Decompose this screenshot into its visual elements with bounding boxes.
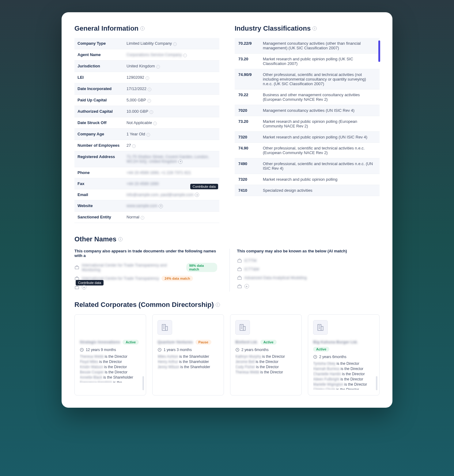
company-logo-placeholder (157, 320, 172, 335)
role-line: Theresa Webb is the Director (235, 370, 297, 374)
trade-names-col: This company also appears in trade docum… (74, 249, 217, 292)
status-badge: Pause (195, 340, 211, 345)
role-text: is the Director (339, 377, 363, 381)
company-logo-placeholder (235, 320, 250, 335)
scrollbar[interactable] (378, 40, 380, 62)
contribute-button[interactable]: + (178, 160, 183, 164)
info-icon[interactable]: i (216, 303, 220, 307)
other-name-item: ICTT&M (237, 265, 380, 274)
other-name-item: Advanced Data Analytical Modeling (237, 274, 380, 282)
industry-table: 70.22/9Management consultancy activities… (235, 38, 380, 197)
svg-rect-9 (165, 326, 168, 330)
field-value-text: 17/12/2022 (127, 86, 146, 91)
company-name: Binford Ltd. (235, 340, 258, 344)
industry-section: Industry Classifications i 70.22/9Manage… (235, 25, 380, 223)
company-name: Big Kahuna Burger Ltd. (313, 340, 358, 344)
other-name-text: International Center for Trade Transpare… (82, 263, 184, 272)
person-name: Miles Ashton (157, 354, 178, 359)
field-value-text: 5,000 GBP (127, 98, 146, 102)
related-company-card[interactable]: Binford Ltd.Active2 years 6monthsKathryn… (230, 314, 302, 395)
role-text: is the Shareholder (102, 375, 133, 380)
info-icon[interactable]: i (173, 42, 177, 46)
info-icon[interactable]: i (146, 76, 149, 80)
clock-icon (157, 348, 162, 352)
info-icon[interactable]: i (146, 133, 150, 137)
industry-desc: Other professional, scientific and techn… (259, 143, 380, 158)
info-icon[interactable]: i (148, 88, 151, 91)
field-value-text: Limited Liability Company (127, 41, 172, 46)
table-row: 7320Market research and public opinion p… (235, 132, 380, 143)
add-name-button[interactable]: + (244, 284, 249, 289)
info-icon[interactable]: i (140, 26, 145, 31)
info-icon[interactable]: i (183, 54, 187, 57)
table-row: Emailinfo@sample.com, paul@sample.com+Co… (74, 189, 219, 200)
info-icon[interactable]: i (156, 65, 160, 69)
add-name-button[interactable]: + (82, 285, 86, 289)
table-row: Paid Up Capital5,000 GBPi (74, 95, 219, 106)
field-label: Registered Address (74, 151, 123, 167)
related-company-card[interactable]: Big Kahuna Burger Ltd.Active2 years 6mon… (308, 314, 380, 395)
ai-names-col: This company may also be known as the be… (229, 249, 380, 292)
role-line: Annette Black is the Shareholder (80, 375, 141, 380)
role-text: is the Director (255, 365, 279, 369)
briefcase-icon (237, 275, 242, 280)
industry-code: 74.90 (235, 143, 259, 158)
industry-code: 70.22/9 (235, 38, 259, 54)
role-text: is the Director (103, 365, 127, 369)
field-value: Corporations Service Companyi (123, 49, 219, 61)
info-icon[interactable]: i (141, 216, 144, 220)
role-line: Bessie Cooper is the Director (80, 370, 141, 374)
role-line: Chieko Chute is the Director (313, 387, 374, 390)
person-name: Chantelle Hamlin (313, 372, 341, 376)
info-icon[interactable]: i (132, 144, 136, 148)
field-label: Agent Name (74, 49, 123, 61)
company-name: Quantum Ventures (157, 340, 193, 344)
info-icon[interactable]: i (147, 99, 151, 103)
field-value: 10.000 GBPi (123, 106, 219, 117)
other-names-title-text: Other Names (74, 235, 116, 243)
person-name: Henry Arthur (157, 360, 178, 364)
role-text: is the Shareholder (178, 354, 209, 359)
table-row: 7499Other professional, scientific, and … (235, 196, 380, 198)
field-label: Number of Employees (74, 140, 123, 151)
scrollbar[interactable] (142, 376, 144, 390)
table-row: Agent NameCorporations Service Companyi (74, 49, 219, 61)
person-name: Marielle Wigington (313, 382, 343, 387)
scrollbar[interactable] (376, 376, 377, 390)
field-label: Jurisdiction (74, 61, 123, 72)
table-row: Registered Address71-75 Shelton Street, … (74, 151, 219, 167)
clock-icon (235, 348, 240, 352)
contribute-button[interactable]: + (159, 204, 163, 208)
person-name: Kathryn Murphy (235, 354, 261, 359)
table-row: 7320Market research and public opinion p… (235, 174, 380, 185)
general-info-section: General Information i Company TypeLimite… (74, 25, 219, 223)
field-value-text: 27 (127, 143, 131, 148)
related-company-card[interactable]: Strategic InnovationsActive12 years 9 mo… (74, 314, 146, 395)
industry-code: 73.20 (235, 54, 259, 69)
other-name-text: ICTTM (244, 258, 257, 263)
general-info-title-text: General Information (74, 25, 138, 32)
field-value: United Kingdomi (123, 61, 219, 72)
field-value: 71-75 Shelton Street, Covent Garden, Lon… (123, 151, 219, 167)
role-line: Francesca Kendrick is the Shareholder (80, 380, 141, 383)
field-value-text: 10.000 GBP (127, 109, 148, 114)
industry-code: 74.90/9 (235, 69, 259, 89)
contribute-button[interactable]: + (195, 193, 199, 197)
info-icon[interactable]: i (153, 122, 157, 125)
info-icon[interactable]: i (118, 237, 123, 241)
svg-rect-4 (238, 268, 241, 271)
related-company-card[interactable]: Quantum VenturesPause1 years 3 monthsMil… (152, 314, 224, 395)
role-text: is the Director (259, 370, 283, 374)
info-icon[interactable]: i (149, 110, 153, 114)
person-name: Annette Black (80, 375, 102, 380)
field-label: Company Age (74, 129, 123, 140)
match-badge: 24% data match (161, 276, 193, 281)
table-row: LEI12902092i (74, 72, 219, 83)
role-line: Tynisha Obey is the Director (313, 361, 374, 366)
person-name: Theresa Webb (80, 354, 104, 359)
role-text: is the Director (104, 370, 127, 374)
info-icon[interactable]: i (312, 26, 317, 31)
role-text: is the Director (261, 354, 285, 359)
other-name-item: + (237, 282, 380, 291)
field-value: info@sample.com, paul@sample.com+Contrib… (123, 189, 219, 200)
